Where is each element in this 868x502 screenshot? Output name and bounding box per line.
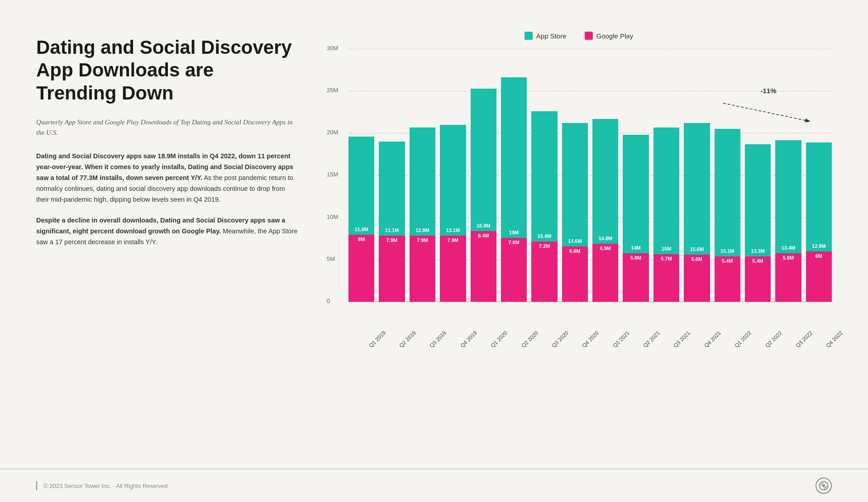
x-axis-label: Q1 2021 [611,330,630,349]
bar-pink-label: 7.9M [410,237,435,243]
bar-group: 5.8M13.4MQ3 2022 [775,49,801,302]
bar-stack: 5.8M13.4M [775,140,801,302]
bar-segment-google-play: 7.6M [501,238,527,302]
x-axis-label: Q2 2019 [398,330,417,349]
zero-line [348,302,832,302]
bar-pink-label: 5.4M [715,258,740,264]
bar-teal-label: 11.6M [348,227,374,232]
bar-pink-label: 5.8M [623,255,649,260]
bar-segment-google-play: 5.4M [745,256,771,302]
bar-group: 7.9M13.1MQ4 2019 [440,49,466,302]
bar-segment-app-store: 12.8M [410,128,435,236]
bar-segment-app-store: 15.1M [715,129,740,256]
bar-segment-google-play: 5.7M [653,254,679,302]
app-store-swatch [525,32,533,40]
bar-segment-app-store: 13.1M [440,125,466,236]
sensor-tower-logo [816,478,832,494]
bar-teal-label: 14.8M [592,236,618,241]
x-axis-label: Q4 2022 [825,330,844,349]
bar-teal-label: 14.6M [562,238,588,244]
right-panel: App Store Google Play 30M25M20M15M10M5M0… [326,27,832,450]
bar-stack: 7.6M19M [501,77,527,302]
bar-group: 5.7M15MQ3 2021 [653,49,679,302]
bar-segment-google-play: 7.9M [440,236,466,302]
bar-stack: 5.4M15.1M [715,129,740,302]
x-axis-label: Q1 2020 [490,330,509,349]
bar-segment-google-play: 5.8M [623,253,649,302]
bar-segment-google-play: 5.6M [684,255,710,302]
chart-legend: App Store Google Play [326,27,832,40]
x-axis-label: Q3 2021 [672,330,692,349]
chart-area: 30M25M20M15M10M5M0 8M11.6MQ1 20197.9M11.… [326,49,832,450]
x-axis-label: Q3 2020 [550,330,569,349]
bar-group: 5.6M15.6MQ4 2021 [684,49,710,302]
bar-pink-label: 7.9M [440,237,466,243]
x-axis-label: Q2 2021 [642,330,661,349]
page-title: Dating and Social Discovery App Download… [36,36,299,104]
google-play-swatch [585,32,593,40]
bar-segment-app-store: 15M [653,128,679,254]
bar-teal-label: 19M [501,230,527,235]
legend-google-play: Google Play [585,32,634,40]
bar-teal-label: 15M [653,246,679,251]
x-axis-label: Q1 2022 [734,330,753,349]
bar-pink-label: 5.7M [653,256,679,261]
bar-segment-google-play: 7.9M [410,236,435,302]
y-axis-label: 20M [327,129,338,136]
bar-teal-label: 14M [623,245,649,251]
bar-segment-app-store: 14.8M [592,119,618,244]
bar-stack: 7.9M13.1M [440,125,466,302]
bar-segment-app-store: 15.6M [684,123,710,255]
bar-stack: 5.4M13.3M [745,144,771,302]
x-axis-label: Q4 2020 [581,330,600,349]
bar-group: 5.8M14MQ2 2021 [623,49,649,302]
google-play-label: Google Play [596,32,634,40]
x-axis-label: Q2 2020 [520,330,539,349]
bar-group: 6.6M14.6MQ4 2020 [562,49,588,302]
bar-segment-app-store: 16.9M [471,89,496,231]
bar-segment-google-play: 5.8M [775,253,801,302]
bar-pink-label: 6M [806,253,832,259]
bar-teal-label: 13.4M [775,245,801,251]
bar-segment-google-play: 7.2M [531,242,557,302]
bar-stack: 7.9M11.1M [379,142,405,302]
bar-stack: 8M11.6M [348,137,374,302]
bar-teal-label: 12.8M [410,227,435,233]
bar-segment-google-play: 7.9M [379,236,405,302]
bar-stack: 5.7M15M [653,128,679,302]
bar-group: 5.4M13.3MQ2 2022 [745,49,771,302]
x-axis-label: Q4 2019 [459,330,478,349]
bar-segment-app-store: 15.4M [531,111,557,241]
y-axis-label: 15M [327,171,338,178]
bar-segment-google-play: 6.6M [562,246,588,302]
footer-divider [36,481,37,490]
footer: © 2023 Sensor Tower Inc. - All Rights Re… [0,469,868,502]
x-axis-label: Q3 2022 [794,330,813,349]
bar-stack: 8.4M16.9M [471,89,496,302]
bar-group: 6M12.9MQ4 2022 [806,49,832,302]
bar-segment-google-play: 6M [806,251,832,302]
bar-pink-label: 7.6M [501,240,527,245]
bar-teal-label: 11.1M [379,227,405,233]
bar-pink-label: 6.6M [562,248,588,254]
bar-teal-label: 12.9M [806,243,832,249]
bar-segment-app-store: 14.6M [562,123,588,246]
bar-group: 7.6M19MQ2 2020 [501,49,527,302]
bar-group: 7.9M11.1MQ2 2019 [379,49,405,302]
bar-teal-label: 15.6M [684,246,710,252]
bar-group: 8.4M16.9MQ1 2020 [471,49,496,302]
bar-stack: 5.6M15.6M [684,123,710,302]
bar-segment-google-play: 5.4M [715,256,740,302]
app-store-label: App Store [536,32,567,40]
bar-teal-label: 16.9M [471,223,496,228]
bar-pink-label: 8M [348,237,374,242]
bar-pink-label: 8.4M [471,233,496,238]
bar-group: 7.9M12.8MQ3 2019 [410,49,435,302]
bar-pink-label: 5.6M [684,256,710,262]
bar-teal-label: 13.3M [745,248,771,254]
bar-group: 7.2M15.4MQ3 2020 [531,49,557,302]
x-axis-label: Q2 2022 [764,330,783,349]
bar-segment-app-store: 12.9M [806,142,832,251]
bar-pink-label: 5.8M [775,255,801,260]
y-axis-label: 10M [327,213,338,220]
